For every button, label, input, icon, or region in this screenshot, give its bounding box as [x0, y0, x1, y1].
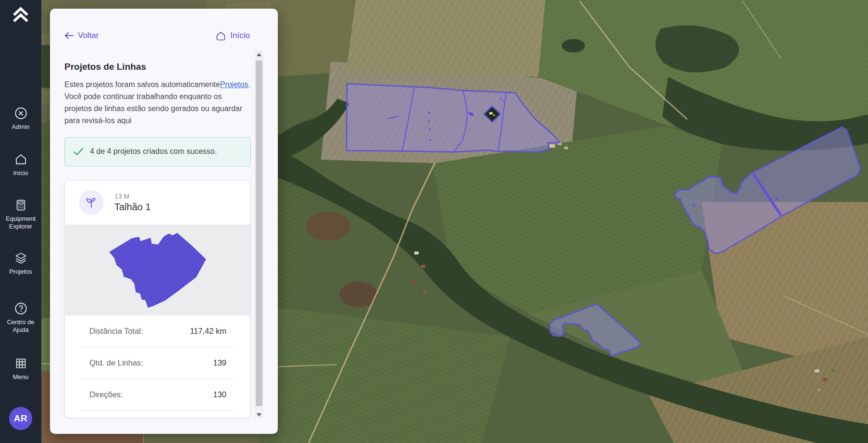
- sidebar-item-label: Equipment Explorer: [1, 215, 40, 230]
- sidebar-item-admin[interactable]: Admin: [0, 107, 41, 131]
- field-shape-preview: [65, 225, 250, 316]
- triangle-up-icon: [257, 53, 261, 56]
- project-card[interactable]: 13 M Talhão 1 Distância Total: 117,42 km…: [64, 180, 250, 418]
- grid-icon: [14, 357, 27, 370]
- panel-header: Voltar Início: [64, 30, 251, 41]
- field-name: Talhão 1: [114, 202, 151, 213]
- projetos-link[interactable]: Projetos: [220, 80, 248, 89]
- avatar-initials: AR: [14, 413, 27, 424]
- field-area-label: 13 M: [114, 192, 151, 200]
- back-link[interactable]: Voltar: [64, 31, 99, 40]
- home-link[interactable]: Início: [216, 31, 250, 40]
- sidebar-item-centro-de-ajuda[interactable]: Centro de Ajuda: [0, 302, 41, 334]
- back-label: Voltar: [78, 31, 99, 40]
- home-label: Início: [230, 31, 250, 40]
- stat-label: Qtd. de Linhas:: [89, 358, 143, 367]
- stat-value: 117,42 km: [190, 327, 226, 336]
- panel-scrollbar[interactable]: [255, 51, 263, 418]
- sidebar-item-label: Início: [13, 169, 28, 177]
- project-card-header: 13 M Talhão 1: [65, 181, 250, 225]
- check-icon: [73, 147, 84, 156]
- circle-x-icon: [14, 107, 27, 120]
- arrow-left-icon: [64, 32, 74, 39]
- home-outline-icon: [216, 31, 226, 40]
- sidebar-item-equipment-explorer[interactable]: Equipment Explorer: [0, 199, 41, 230]
- logo-icon: [12, 7, 30, 26]
- layers-icon: [14, 252, 27, 265]
- sidebar-item-label: Centro de Ajuda: [1, 318, 40, 334]
- scroll-up-button[interactable]: [255, 51, 263, 58]
- help-icon: [14, 302, 27, 315]
- sidebar-item-label: Menu: [13, 373, 29, 381]
- triangle-down-icon: [257, 413, 261, 417]
- description-text: Estes projetos foram salvos automaticame…: [64, 80, 220, 89]
- home-icon: [14, 153, 27, 166]
- sidebar-item-label: Projetos: [9, 268, 32, 276]
- stat-row-linhas: Qtd. de Linhas: 139: [65, 347, 250, 379]
- line-projects-panel: Voltar Início Projetos de Linhas Estes p…: [50, 9, 278, 434]
- stat-row-distancia: Distância Total: 117,42 km: [65, 316, 250, 347]
- description: Estes projetos foram salvos automaticame…: [64, 78, 251, 127]
- page-title: Projetos de Linhas: [64, 62, 251, 72]
- calculator-icon: [14, 199, 27, 212]
- sidebar-item-projetos[interactable]: Projetos: [0, 252, 41, 276]
- field-shape-thumbnail: [65, 225, 249, 316]
- success-message: 4 de 4 projetos criados com sucesso.: [90, 147, 217, 156]
- sidebar-item-menu[interactable]: Menu: [0, 357, 41, 381]
- stat-value: 139: [213, 358, 226, 367]
- sprout-icon: [85, 196, 98, 209]
- stat-row-direcoes: Direções: 130: [65, 379, 250, 410]
- scrollbar-thumb[interactable]: [256, 61, 262, 406]
- user-avatar[interactable]: AR: [9, 407, 32, 430]
- sidebar: Admin Início Equipment Explorer Projetos: [0, 0, 41, 443]
- stat-value: 130: [213, 390, 226, 399]
- stat-label: Direções:: [89, 390, 123, 399]
- crop-icon-circle: [79, 190, 104, 215]
- app-logo[interactable]: [0, 7, 41, 26]
- success-alert: 4 de 4 projetos criados com sucesso.: [64, 137, 251, 166]
- sidebar-item-label: Admin: [12, 123, 30, 131]
- scroll-down-button[interactable]: [255, 411, 263, 418]
- sidebar-item-inicio[interactable]: Início: [0, 153, 41, 177]
- stat-label: Distância Total:: [89, 327, 143, 336]
